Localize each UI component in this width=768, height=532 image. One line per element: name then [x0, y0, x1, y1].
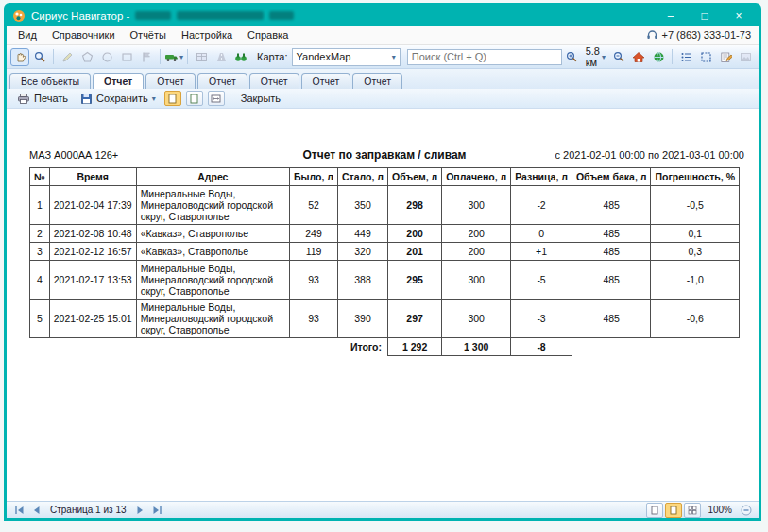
table-row: 52021-02-25 15:01Минеральные Воды, Минер…	[30, 300, 740, 338]
zoom-out-button[interactable]	[609, 48, 628, 66]
route-button[interactable]	[212, 48, 230, 66]
report-title: Отчет по заправкам / сливам	[214, 148, 555, 162]
circle-icon	[101, 51, 113, 63]
table-cell: «Кавказ», Ставрополье	[136, 225, 289, 243]
main-toolbar: ▾ Карта: YandexMap ▾	[7, 45, 759, 69]
view-mode-fit-button[interactable]	[186, 91, 203, 106]
table-cell: 119	[290, 243, 338, 261]
total-label: Итого:	[30, 338, 388, 356]
save-button[interactable]: Сохранить ▾	[77, 92, 160, 106]
page-icon	[168, 94, 177, 104]
phone-number: +7 (863) 333-01-73	[662, 29, 751, 41]
table-cell: 485	[572, 186, 650, 225]
table-cell: 2021-02-12 16:57	[49, 243, 136, 261]
maximize-button[interactable]: □	[691, 8, 719, 24]
rectangle-tool-button[interactable]	[117, 48, 136, 66]
titlebar: Сириус Навигатор - – □ ×	[7, 6, 759, 26]
app-icon	[12, 9, 26, 23]
menubar: Вид Справочники Отчёты Настройка Справка…	[7, 26, 759, 45]
home-button[interactable]	[629, 48, 648, 66]
map-scale-select[interactable]: 5.8 км ▾	[583, 45, 608, 68]
search-input[interactable]	[407, 49, 562, 65]
toolbar-separator	[672, 49, 673, 64]
menu-nastroika[interactable]: Настройка	[174, 27, 240, 43]
chevron-down-icon: ▾	[179, 53, 183, 61]
menu-otchety[interactable]: Отчёты	[123, 27, 174, 43]
tab-report[interactable]: Отчет	[197, 73, 247, 89]
close-button[interactable]: ×	[725, 8, 753, 24]
status-view-single-button[interactable]	[646, 503, 663, 518]
col-number: №	[30, 168, 50, 186]
table-row: 42021-02-17 13:53Минеральные Воды, Минер…	[30, 261, 740, 300]
view-mode-single-button[interactable]	[164, 91, 181, 106]
table-cell: 295	[388, 261, 442, 300]
page-width-icon	[211, 94, 221, 104]
table-row: 22021-02-08 10:48«Кавказ», Ставрополье24…	[30, 225, 740, 243]
table-cell: -0,5	[651, 186, 740, 225]
menu-spravochniki[interactable]: Справочники	[44, 27, 123, 43]
pages-grid-icon	[688, 506, 697, 515]
print-button[interactable]: Печать	[13, 92, 72, 106]
table-cell: 2021-02-08 10:48	[49, 225, 136, 243]
tab-report[interactable]: Отчет	[145, 73, 196, 89]
zoom-out-icon	[613, 51, 625, 63]
map-label: Карта:	[257, 51, 288, 62]
report-period: с 2021-02-01 00:00 по 2021-03-01 00:00	[555, 149, 740, 161]
flag-tool-button[interactable]	[137, 48, 156, 66]
table-cell: 1	[30, 186, 50, 225]
col-error-percent: Погрешность, %	[651, 168, 740, 186]
table-cell: 300	[442, 300, 511, 338]
first-page-button[interactable]	[11, 504, 26, 517]
circle-tool-button[interactable]	[97, 48, 116, 66]
table-cell: 298	[388, 186, 442, 225]
view-mode-width-button[interactable]	[208, 91, 225, 106]
edit-map-button[interactable]	[58, 48, 77, 66]
next-page-button[interactable]	[133, 504, 148, 517]
prev-page-button[interactable]	[28, 504, 43, 517]
vehicle-menu-button[interactable]: ▾	[164, 48, 183, 66]
close-report-button[interactable]: Закрыть	[237, 92, 284, 105]
tab-report[interactable]: Отчет	[301, 73, 351, 89]
table-cell: 52	[290, 186, 338, 225]
pan-tool-button[interactable]	[10, 48, 29, 66]
tab-all-objects[interactable]: Все объекты	[9, 73, 91, 89]
zoom-tool-button[interactable]	[30, 48, 49, 66]
tab-report[interactable]: Отчет	[249, 73, 299, 89]
status-view-multi-button[interactable]	[684, 503, 701, 518]
menu-vid[interactable]: Вид	[10, 27, 44, 43]
minimize-button[interactable]: –	[657, 8, 685, 24]
report-page: МАЗ А000АА 126+ Отчет по заправкам / сли…	[7, 109, 759, 501]
status-view-fit-button[interactable]	[665, 503, 682, 518]
map-select[interactable]: YandexMap ▾	[292, 48, 401, 66]
edit-note-button[interactable]	[716, 48, 735, 66]
table-cell: 350	[338, 186, 388, 225]
list-icon	[680, 51, 692, 63]
globe-button[interactable]	[649, 48, 668, 66]
menu-spravka[interactable]: Справка	[240, 27, 296, 43]
table-cell: 485	[572, 261, 650, 300]
zoom-in-button[interactable]	[563, 48, 582, 66]
table-cell: 2021-02-25 15:01	[49, 300, 136, 338]
page-icon	[670, 506, 677, 515]
list-button[interactable]	[676, 48, 695, 66]
polygon-tool-button[interactable]	[77, 48, 96, 66]
table-cell: -5	[511, 261, 572, 300]
total-paid: 1 300	[442, 338, 511, 356]
table-cell: +1	[511, 243, 572, 261]
table-cell: 200	[442, 243, 511, 261]
image-button[interactable]	[736, 48, 755, 66]
tab-report[interactable]: Отчет	[352, 73, 402, 89]
binoculars-button[interactable]	[231, 48, 250, 66]
home-icon	[632, 51, 645, 63]
table-cell: 485	[572, 300, 650, 338]
statusbar: Страница 1 из 13 100%	[7, 501, 759, 518]
tabstrip: Все объекты Отчет Отчет Отчет Отчет Отче…	[7, 69, 759, 89]
zoom-decrease-button[interactable]	[739, 504, 754, 517]
selection-frame-button[interactable]	[696, 48, 715, 66]
table-view-button[interactable]	[192, 48, 211, 66]
tab-report-active[interactable]: Отчет	[93, 73, 144, 89]
table-cell: -3	[511, 300, 572, 338]
flag-icon	[141, 51, 153, 63]
redacted-company-text	[135, 11, 171, 20]
last-page-button[interactable]	[150, 504, 165, 517]
